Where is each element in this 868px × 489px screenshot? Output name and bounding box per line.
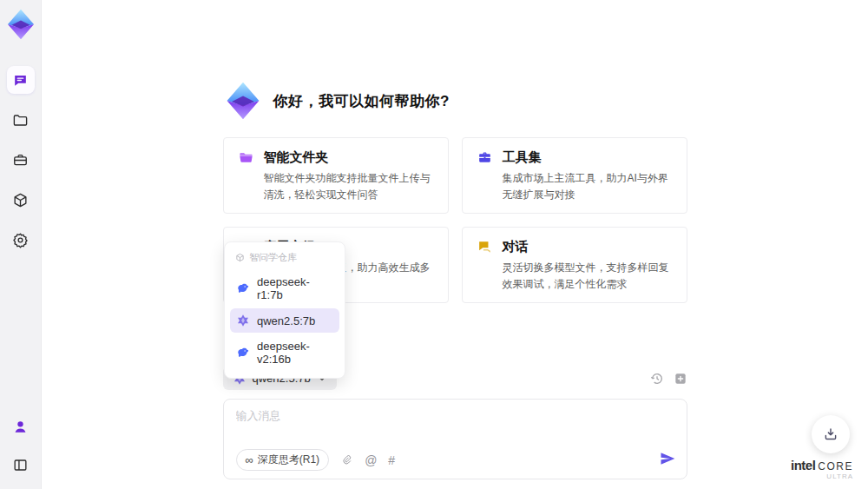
core-logo-text: CORE (818, 461, 853, 472)
infinity-icon: ∞ (246, 453, 253, 466)
card-dialogue[interactable]: 对话 灵活切换多模型文件，支持多样回复效果调试，满足个性化需求 (462, 227, 687, 303)
model-option-label: deepseek-v2:16b (257, 340, 333, 366)
send-button[interactable] (659, 450, 676, 471)
card-desc: 集成市场上主流工具，助力AI与外界无缝扩展与对接 (503, 170, 673, 202)
sidebar (0, 0, 42, 489)
model-option-qwen[interactable]: qwen2.5:7b (230, 308, 339, 333)
sidebar-item-user[interactable] (7, 413, 35, 440)
model-option-deepseek-v2[interactable]: deepseek-v2:16b (230, 334, 339, 371)
message-input[interactable] (236, 408, 674, 443)
paperclip-icon (340, 453, 353, 466)
deep-think-toggle[interactable]: ∞ 深度思考(R1) (236, 449, 330, 471)
card-toolset[interactable]: 工具集 集成市场上主流工具，助力AI与外界无缝扩展与对接 (462, 137, 687, 214)
deepseek-icon (236, 346, 250, 360)
model-option-deepseek-r1[interactable]: deepseek-r1:7b (230, 270, 339, 307)
mention-button[interactable]: @ (365, 454, 377, 466)
repo-cube-icon (235, 253, 245, 262)
model-option-label: deepseek-r1:7b (257, 275, 333, 301)
chat-bubble-icon (12, 72, 29, 89)
prompt-button[interactable]: # (388, 454, 395, 466)
model-option-label: qwen2.5:7b (257, 314, 315, 327)
greeting: 你好，我可以如何帮助你? (223, 80, 687, 122)
greeting-logo-icon (223, 80, 263, 122)
deepseek-icon (236, 281, 250, 295)
sidebar-item-folders[interactable] (7, 106, 35, 134)
attachment-button[interactable] (340, 453, 353, 466)
model-dropdown-header: 智问学仓库 (230, 248, 339, 268)
sidebar-item-settings[interactable] (7, 226, 35, 254)
qwen-icon (236, 314, 250, 327)
folder-icon (12, 112, 29, 129)
sidebar-bottom (7, 413, 35, 479)
intel-logo-text: intel (791, 459, 815, 472)
panel-icon (12, 457, 29, 473)
app-window: 你好，我可以如何帮助你? 智能文件夹 智能文件夹功能支持批量文件上传与清洗，轻松… (0, 0, 868, 489)
briefcase-indigo-icon (477, 149, 493, 166)
sidebar-item-panel[interactable] (7, 451, 35, 479)
model-dropdown: 智问学仓库 deepseek-r1:7b qwen2.5:7b deepseek… (224, 241, 345, 379)
card-desc: 灵活切换多模型文件，支持多样回复效果调试，满足个性化需求 (503, 260, 673, 292)
model-group-label: 智问学仓库 (249, 251, 297, 264)
card-smart-folder[interactable]: 智能文件夹 智能文件夹功能支持批量文件上传与清洗，轻松实现文件问答 (223, 137, 449, 214)
send-icon (659, 450, 676, 467)
sidebar-item-models[interactable] (7, 186, 35, 214)
input-controls: ∞ 深度思考(R1) @ # (236, 449, 676, 471)
ultra-logo-text: ULTRA (791, 473, 853, 480)
conversation-toolbar (650, 372, 687, 386)
download-button[interactable] (812, 415, 850, 453)
history-icon[interactable] (650, 372, 664, 386)
sidebar-item-toolbox[interactable] (7, 146, 35, 174)
main-area: 你好，我可以如何帮助你? 智能文件夹 智能文件夹功能支持批量文件上传与清洗，轻松… (42, 0, 868, 489)
chat-input-box: ∞ 深度思考(R1) @ # (223, 399, 687, 479)
card-desc: 智能文件夹功能支持批量文件上传与清洗，轻松实现文件问答 (264, 170, 434, 202)
gear-icon (12, 232, 29, 248)
briefcase-icon (12, 152, 29, 169)
app-logo-icon (5, 7, 36, 42)
intel-core-badge: intel CORE ULTRA (791, 459, 853, 480)
cube-icon (12, 192, 29, 208)
folder-purple-icon (238, 149, 254, 166)
deep-think-label: 深度思考(R1) (258, 453, 319, 467)
sidebar-nav (7, 66, 35, 254)
plus-square-icon[interactable] (674, 372, 687, 386)
card-title: 对话 (503, 239, 529, 255)
download-icon (823, 426, 838, 442)
sidebar-item-chat[interactable] (7, 66, 35, 94)
card-title: 智能文件夹 (264, 149, 329, 166)
card-title: 工具集 (503, 149, 542, 166)
user-icon (12, 419, 29, 435)
chat-gold-icon (477, 239, 493, 255)
greeting-text: 你好，我可以如何帮助你? (273, 91, 450, 111)
